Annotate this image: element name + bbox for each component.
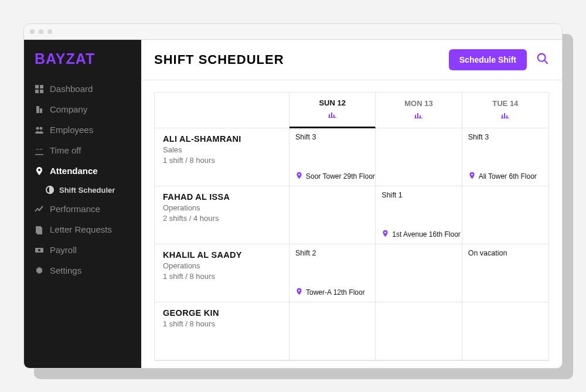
svg-rect-19 [328, 117, 336, 118]
employee-cell[interactable]: ALI AL-SHAMRANI Sales 1 shift / 8 hours [155, 128, 289, 186]
sidebar-item-employees[interactable]: Employees [24, 120, 141, 139]
employee-summary: 1 shift / 8 hours [163, 319, 281, 328]
bar-chart-icon [500, 110, 510, 121]
sidebar-item-payroll[interactable]: Payroll [24, 240, 141, 260]
half-circle-icon [45, 185, 54, 195]
employee-cell[interactable]: GEORGE KIN 1 shift / 8 hours [155, 302, 289, 360]
column-label: SUN 12 [319, 98, 346, 107]
sidebar-item-attendance[interactable]: Attendance [24, 161, 141, 180]
column-label: MON 13 [404, 99, 432, 108]
employee-dept: Sales [163, 145, 281, 154]
shift-cell[interactable] [462, 186, 548, 244]
sidebar-item-label: Company [50, 104, 87, 114]
svg-rect-17 [331, 113, 332, 117]
location-pin-icon [468, 172, 476, 181]
map-pin-icon [35, 166, 44, 176]
column-label: TUE 14 [492, 99, 518, 108]
column-header-mon[interactable]: MON 13 [376, 93, 462, 128]
shift-location: Tower-A 12th Floor [295, 288, 365, 297]
gear-icon [35, 266, 44, 275]
traffic-light-min[interactable] [39, 29, 43, 34]
svg-point-6 [36, 127, 39, 129]
employee-cell[interactable]: FAHAD AL ISSA Operations 2 shifts / 4 ho… [155, 186, 289, 244]
shift-location: Ali Tower 6th Floor [468, 172, 537, 181]
svg-rect-22 [420, 115, 421, 118]
building-icon [35, 105, 44, 114]
traffic-light-close[interactable] [30, 29, 35, 34]
employee-cell[interactable]: KHALIL AL SAADY Operations 1 shift / 8 h… [155, 244, 289, 302]
sidebar-item-settings[interactable]: Settings [24, 261, 141, 280]
shift-cell[interactable] [462, 302, 548, 360]
shift-title: Shift 3 [468, 133, 543, 141]
svg-point-30 [384, 231, 386, 233]
location-pin-icon [295, 288, 303, 297]
sidebar-item-label: Attendance [50, 166, 98, 176]
schedule-content: SUN 12 MON 13 TUE 14 [141, 80, 562, 368]
sidebar-item-label: Time off [50, 145, 81, 155]
sidebar-item-company[interactable]: Company [24, 100, 141, 119]
sidebar: BAYZAT Dashboard Company [24, 40, 141, 368]
trend-icon [35, 204, 44, 214]
svg-rect-16 [329, 114, 330, 117]
shift-cell-vacation[interactable]: On vacation [462, 244, 548, 302]
page-header: SHIFT SCHEDULER Schedule Shift [141, 40, 562, 80]
schedule-row: FAHAD AL ISSA Operations 2 shifts / 4 ho… [155, 186, 548, 244]
shift-cell[interactable] [376, 302, 462, 360]
header-blank [155, 93, 289, 128]
shift-cell[interactable]: Shift 1 1st Avenue 16th Floor [376, 186, 462, 244]
column-header-tue[interactable]: TUE 14 [462, 93, 548, 128]
shift-cell[interactable] [376, 128, 462, 186]
svg-rect-12 [37, 227, 42, 234]
employee-summary: 1 shift / 8 hours [163, 156, 281, 165]
sidebar-item-label: Employees [50, 125, 93, 135]
employee-name: FAHAD AL ISSA [163, 192, 281, 202]
svg-point-29 [471, 173, 473, 175]
schedule-row: GEORGE KIN 1 shift / 8 hours [155, 302, 548, 360]
svg-rect-3 [40, 90, 43, 93]
shift-cell[interactable]: Shift 3 Soor Tower 29th Floor [289, 128, 376, 186]
svg-rect-18 [333, 115, 335, 117]
location-text: 1st Avenue 16th Floor [392, 230, 461, 238]
svg-point-14 [38, 249, 40, 251]
search-icon[interactable] [536, 52, 549, 67]
shift-location: Soor Tower 29th Floor [295, 172, 375, 181]
sidebar-item-performance[interactable]: Performance [24, 199, 141, 219]
sidebar-nav: Dashboard Company Employees [24, 79, 141, 280]
svg-rect-26 [506, 115, 507, 118]
employee-summary: 1 shift / 8 hours [163, 272, 281, 281]
svg-rect-20 [415, 115, 416, 118]
svg-rect-21 [417, 113, 418, 118]
sidebar-item-timeoff[interactable]: Time off [24, 141, 141, 160]
schedule-header-row: SUN 12 MON 13 TUE 14 [155, 93, 548, 128]
schedule-shift-button[interactable]: Schedule Shift [449, 49, 527, 70]
bar-chart-icon [414, 110, 423, 121]
window-titlebar [24, 24, 562, 40]
shift-title: Shift 1 [381, 191, 455, 199]
employee-name: ALI AL-SHAMRANI [163, 134, 281, 144]
sidebar-subitem-shift-scheduler[interactable]: Shift Scheduler [24, 182, 141, 198]
svg-rect-5 [40, 108, 42, 113]
dashboard-icon [35, 84, 44, 94]
svg-rect-24 [502, 115, 503, 118]
sidebar-item-dashboard[interactable]: Dashboard [24, 79, 141, 98]
page-title: SHIFT SCHEDULER [154, 52, 284, 67]
shift-cell[interactable]: Shift 2 Tower-A 12th Floor [289, 244, 376, 302]
shift-cell[interactable] [376, 244, 462, 302]
shift-location: 1st Avenue 16th Floor [381, 230, 461, 239]
traffic-light-max[interactable] [47, 29, 52, 34]
shift-cell[interactable] [289, 302, 376, 360]
people-icon [35, 125, 44, 135]
employee-name: KHALIL AL SAADY [163, 250, 281, 260]
letter-icon [35, 225, 44, 234]
vacation-status: On vacation [468, 249, 543, 257]
svg-rect-23 [414, 118, 423, 118]
sidebar-item-letters[interactable]: Letter Requests [24, 220, 141, 239]
shift-cell[interactable]: Shift 3 Ali Tower 6th Floor [462, 128, 548, 186]
column-header-sun[interactable]: SUN 12 [289, 93, 376, 128]
shift-cell[interactable] [289, 186, 376, 244]
schedule-row: KHALIL AL SAADY Operations 1 shift / 8 h… [155, 244, 548, 302]
employee-dept: Operations [163, 203, 281, 212]
schedule-row: ALI AL-SHAMRANI Sales 1 shift / 8 hours … [155, 128, 548, 186]
svg-point-9 [38, 169, 40, 171]
sidebar-item-label: Payroll [50, 245, 77, 255]
